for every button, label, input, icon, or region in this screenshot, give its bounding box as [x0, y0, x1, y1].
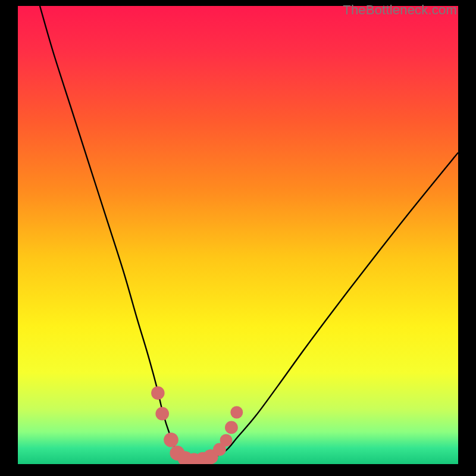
data-marker: [155, 407, 169, 421]
bottleneck-chart: [18, 6, 458, 464]
data-marker: [225, 421, 238, 434]
data-marker: [164, 433, 178, 447]
plot-area: [18, 6, 458, 464]
data-marker: [230, 406, 243, 419]
outer-black-frame: TheBottleneck.com: [0, 0, 476, 476]
watermark-text: TheBottleneck.com: [343, 2, 457, 18]
data-marker: [220, 434, 233, 447]
data-marker: [151, 386, 165, 400]
